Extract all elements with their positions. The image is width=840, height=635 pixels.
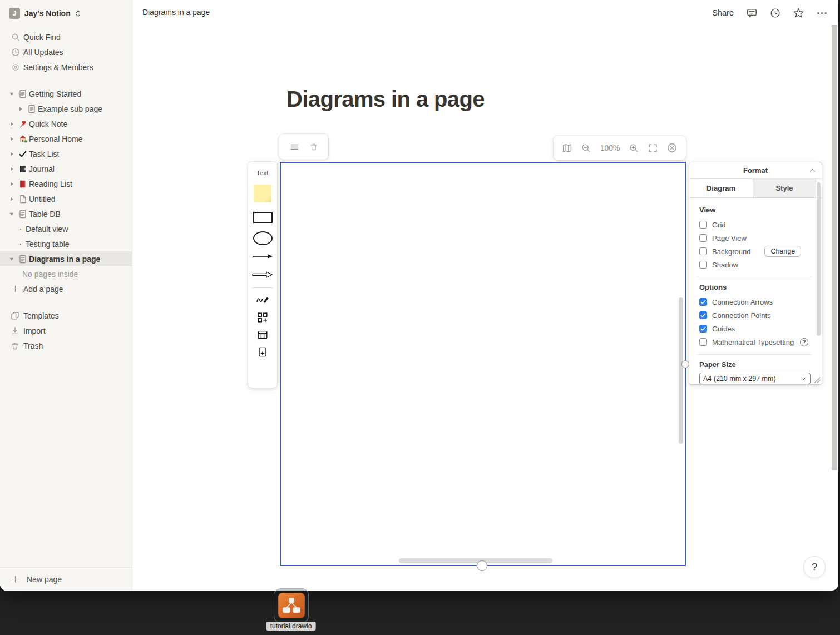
- star-icon[interactable]: [793, 8, 804, 18]
- checkmark-icon: [17, 150, 29, 158]
- zoom-toolbar: 100%: [554, 136, 686, 160]
- clock-icon: [9, 48, 22, 57]
- zoom-in-icon[interactable]: [629, 143, 639, 153]
- insert-template-icon[interactable]: [258, 347, 267, 357]
- sidebar-item-settings-members[interactable]: Settings & Members: [0, 59, 132, 75]
- toggle-collapsed-icon[interactable]: [7, 196, 17, 202]
- window-scrollbar[interactable]: [832, 25, 837, 470]
- resize-handle-bottom[interactable]: [477, 560, 487, 571]
- option-label: Background: [712, 247, 750, 256]
- sidebar-item-task-list[interactable]: Task List: [0, 146, 132, 161]
- drawio-canvas[interactable]: [280, 162, 686, 566]
- bullet-icon: ·: [16, 224, 26, 234]
- checkbox-checked[interactable]: [699, 311, 707, 319]
- tab-diagram[interactable]: Diagram: [689, 179, 753, 197]
- checkbox-unchecked[interactable]: [699, 261, 707, 269]
- toggle-expanded-icon[interactable]: [7, 211, 17, 217]
- toggle-collapsed-icon[interactable]: [7, 166, 17, 172]
- canvas-vertical-scrollbar[interactable]: [679, 297, 683, 444]
- sidebar-item-default-view[interactable]: · Default view: [0, 221, 132, 236]
- toggle-collapsed-icon[interactable]: [7, 151, 17, 157]
- page-title[interactable]: Diagrams in a page: [286, 87, 485, 112]
- sidebar-item-label: Getting Started: [29, 90, 81, 98]
- toggle-collapsed-icon[interactable]: [7, 136, 17, 142]
- sidebar-item-label: Untitled: [29, 195, 55, 204]
- checkbox-unchecked[interactable]: [699, 338, 707, 346]
- checkbox-unchecked[interactable]: [699, 247, 707, 255]
- open-arrow-tool[interactable]: [252, 271, 273, 279]
- workspace-switcher[interactable]: J Jay's Notion: [0, 5, 132, 22]
- ellipse-tool[interactable]: [253, 231, 273, 245]
- fullscreen-icon[interactable]: [648, 143, 658, 153]
- format-panel-header[interactable]: Format: [689, 162, 822, 179]
- sidebar-item-getting-started[interactable]: Getting Started: [0, 86, 132, 101]
- table-icon[interactable]: [258, 330, 268, 339]
- sidebar-item-diagrams-in-a-page[interactable]: Diagrams in a page: [0, 251, 132, 266]
- resize-corner-icon[interactable]: [814, 376, 821, 383]
- freehand-tool[interactable]: [256, 295, 269, 305]
- topbar-actions: Share: [712, 6, 827, 20]
- sidebar-item-label: Journal: [29, 165, 55, 173]
- format-content: View Grid Page View Background Change Sh…: [689, 198, 822, 384]
- sidebar-item-trash[interactable]: Trash: [0, 338, 132, 353]
- sidebar-item-label: Table DB: [29, 210, 61, 219]
- chevron-up-icon[interactable]: [809, 167, 816, 174]
- sidebar-item-untitled[interactable]: Untitled: [0, 191, 132, 206]
- new-page-button[interactable]: New page: [0, 567, 132, 591]
- drawio-file-icon[interactable]: [274, 588, 309, 623]
- sidebar-item-all-updates[interactable]: All Updates: [0, 44, 132, 59]
- format-panel-scrollbar[interactable]: [817, 182, 821, 336]
- checkbox-checked[interactable]: [699, 325, 707, 333]
- checkbox-unchecked[interactable]: [699, 234, 707, 242]
- help-button[interactable]: ?: [803, 556, 826, 578]
- zoom-out-icon[interactable]: [581, 143, 591, 153]
- redbook-icon: [17, 180, 29, 188]
- sidebar-item-table-db[interactable]: Table DB: [0, 206, 132, 221]
- sidebar-item-personal-home[interactable]: Personal Home: [0, 131, 132, 146]
- more-icon[interactable]: [817, 11, 827, 15]
- toggle-collapsed-icon[interactable]: [16, 106, 26, 112]
- sidebar-item-import[interactable]: Import: [0, 323, 132, 338]
- option-row-shadow: Shadow: [699, 258, 816, 271]
- toggle-expanded-icon[interactable]: [7, 91, 17, 97]
- option-label: Page View: [712, 234, 747, 242]
- close-icon[interactable]: [667, 143, 677, 153]
- text-shape-tool[interactable]: Text: [256, 170, 268, 176]
- checkbox-checked[interactable]: [699, 298, 707, 306]
- share-button[interactable]: Share: [712, 8, 734, 17]
- rectangle-tool[interactable]: [253, 212, 273, 223]
- option-row-background: Background Change: [699, 245, 816, 258]
- delete-icon[interactable]: [309, 142, 318, 151]
- sidebar-item-quick-note[interactable]: Quick Note: [0, 116, 132, 131]
- palette-divider: [252, 287, 273, 288]
- toggle-collapsed-icon[interactable]: [7, 121, 17, 127]
- change-button[interactable]: Change: [764, 246, 801, 257]
- sidebar-item-label: Quick Note: [29, 120, 67, 128]
- more-shapes-icon[interactable]: [258, 312, 268, 323]
- sidebar-item-reading-list[interactable]: Reading List: [0, 176, 132, 191]
- tab-style[interactable]: Style: [753, 179, 816, 198]
- sidebar-item-testing-table[interactable]: · Testing table: [0, 236, 132, 251]
- map-icon[interactable]: [562, 143, 572, 153]
- toggle-collapsed-icon[interactable]: [7, 181, 17, 187]
- comment-icon[interactable]: [747, 8, 757, 18]
- sidebar-item-journal[interactable]: Journal: [0, 161, 132, 176]
- sidebar-item-example-sub-page[interactable]: Example sub page: [0, 101, 132, 116]
- resize-handle-right[interactable]: [681, 360, 689, 368]
- menu-icon[interactable]: [290, 142, 299, 152]
- pushpin-icon: [17, 120, 29, 128]
- help-circle-icon[interactable]: ?: [800, 338, 808, 346]
- add-a-page-button[interactable]: Add a page: [0, 281, 132, 296]
- sidebar-item-templates[interactable]: Templates: [0, 308, 132, 323]
- breadcrumb[interactable]: Diagrams in a page: [142, 8, 210, 17]
- sidebar-item-quick-find[interactable]: Quick Find: [0, 29, 132, 44]
- plus-icon: [9, 575, 21, 583]
- paper-size-select[interactable]: A4 (210 mm x 297 mm): [699, 373, 811, 384]
- history-icon[interactable]: [770, 8, 780, 18]
- arrow-tool[interactable]: [252, 253, 273, 260]
- toggle-expanded-icon[interactable]: [7, 256, 17, 262]
- checkbox-unchecked[interactable]: [699, 221, 707, 229]
- canvas-horizontal-scrollbar[interactable]: [399, 558, 552, 563]
- sticky-note-tool[interactable]: [254, 185, 271, 202]
- drawio-file-label[interactable]: tutorial.drawio: [266, 622, 316, 631]
